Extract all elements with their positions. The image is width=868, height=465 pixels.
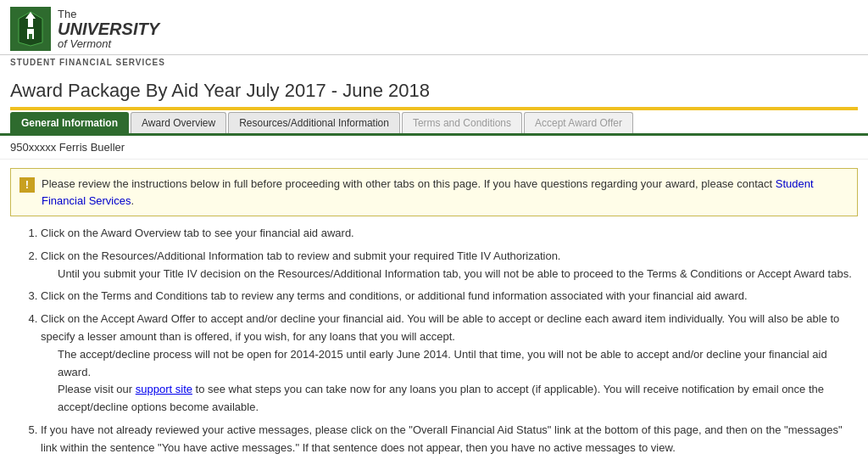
student-info-row: 950xxxxx Ferris Bueller bbox=[0, 136, 868, 160]
yellow-accent-bar bbox=[10, 107, 858, 110]
instruction-item-3: Click on the Terms and Conditions tab to… bbox=[41, 288, 858, 305]
instruction-4-text: Click on the Accept Award Offer to accep… bbox=[41, 312, 839, 343]
university-name-text: The UNIVERSITY of Vermont bbox=[58, 8, 159, 50]
instructions-section: Click on the Award Overview tab to see y… bbox=[24, 225, 858, 457]
instruction-3-text: Click on the Terms and Conditions tab to… bbox=[41, 289, 748, 302]
instruction-1-text: Click on the Award Overview tab to see y… bbox=[41, 227, 354, 239]
tab-general-information[interactable]: General Information bbox=[10, 112, 129, 133]
notice-icon-symbol: ! bbox=[25, 176, 29, 193]
instruction-2-sub: Until you submit your Title IV decision … bbox=[58, 266, 858, 283]
instruction-item-2: Click on the Resources/Additional Inform… bbox=[41, 248, 858, 283]
notice-text: Please review the instructions below in … bbox=[42, 176, 849, 209]
tabs-bar: General Information Award Overview Resou… bbox=[0, 112, 868, 136]
tab-terms-conditions: Terms and Conditions bbox=[402, 112, 522, 133]
instruction-item-1: Click on the Award Overview tab to see y… bbox=[41, 225, 858, 243]
instruction-4-sub: The accept/decline process will not be o… bbox=[58, 346, 858, 417]
instruction-item-5: If you have not already reviewed your ac… bbox=[41, 422, 858, 457]
tab-accept-award: Accept Award Offer bbox=[524, 112, 633, 133]
notice-box: ! Please review the instructions below i… bbox=[10, 168, 858, 216]
page-header: The UNIVERSITY of Vermont bbox=[0, 0, 868, 55]
notice-text-after: . bbox=[131, 194, 135, 207]
logo-block: The UNIVERSITY of Vermont bbox=[10, 7, 159, 51]
the-text: The bbox=[58, 8, 76, 20]
instructions-list: Click on the Award Overview tab to see y… bbox=[24, 225, 858, 457]
of-vermont: of Vermont bbox=[58, 37, 159, 50]
student-id-name: 950xxxxx Ferris Bueller bbox=[10, 141, 125, 154]
page-title: Award Package By Aid Year July 2017 - Ju… bbox=[0, 71, 868, 107]
tab-award-overview[interactable]: Award Overview bbox=[131, 112, 226, 133]
university-main: UNIVERSITY bbox=[58, 20, 159, 37]
sfs-label: STUDENT FINANCIAL SERVICES bbox=[10, 58, 165, 67]
svg-rect-5 bbox=[29, 34, 32, 39]
support-site-link[interactable]: support site bbox=[136, 383, 192, 395]
notice-text-before: Please review the instructions below in … bbox=[42, 177, 776, 190]
university-logo-icon bbox=[10, 7, 51, 51]
sfs-label-row: STUDENT FINANCIAL SERVICES bbox=[0, 55, 868, 71]
university-name-block: The UNIVERSITY of Vermont bbox=[58, 8, 159, 50]
instruction-2-text: Click on the Resources/Additional Inform… bbox=[41, 249, 560, 262]
notice-icon: ! bbox=[19, 177, 35, 193]
instruction-5-text: If you have not already reviewed your ac… bbox=[41, 423, 843, 454]
university-label: UNIVERSITY bbox=[58, 20, 159, 38]
tab-resources[interactable]: Resources/Additional Information bbox=[228, 112, 400, 133]
instruction-item-4: Click on the Accept Award Offer to accep… bbox=[41, 311, 858, 417]
